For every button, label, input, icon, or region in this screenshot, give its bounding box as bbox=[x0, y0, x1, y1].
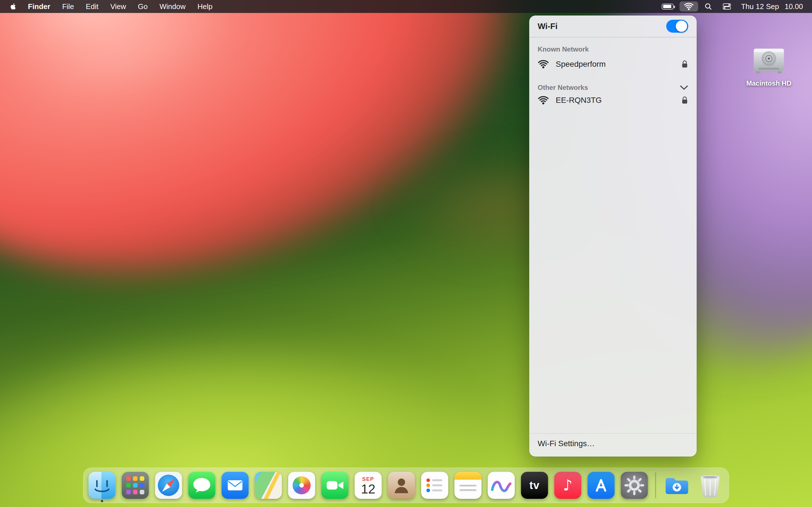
lock-icon bbox=[681, 96, 688, 105]
spotlight-search[interactable] bbox=[700, 1, 717, 11]
dock-item-maps[interactable] bbox=[255, 472, 282, 499]
wifi-signal-icon bbox=[538, 96, 549, 105]
maps-icon bbox=[255, 472, 282, 499]
chevron-down-icon[interactable] bbox=[680, 85, 688, 90]
volume-label: Macintosh HD bbox=[738, 79, 800, 87]
menu-item-window[interactable]: Window bbox=[154, 0, 192, 13]
wifi-status[interactable] bbox=[679, 1, 698, 11]
menu-item-view[interactable]: View bbox=[104, 0, 132, 13]
dock-item-music[interactable]: ♪ bbox=[554, 472, 581, 499]
wifi-title: Wi-Fi bbox=[538, 22, 558, 31]
gear-icon bbox=[621, 472, 648, 499]
dock-item-appstore[interactable] bbox=[588, 472, 615, 499]
dock-item-trash[interactable] bbox=[696, 472, 723, 499]
calendar-day: 12 bbox=[361, 482, 375, 496]
clock-time: 10.00 bbox=[784, 2, 803, 11]
trash-icon bbox=[696, 472, 723, 499]
wifi-popover: Wi-Fi Known Network Speedperform Other N… bbox=[529, 15, 697, 457]
downloads-folder-icon bbox=[663, 472, 690, 499]
battery-status[interactable] bbox=[658, 1, 678, 11]
wifi-settings-label: Wi-Fi Settings… bbox=[538, 439, 595, 448]
wifi-icon bbox=[684, 3, 694, 10]
safari-icon bbox=[155, 472, 182, 499]
wifi-popover-header: Wi-Fi bbox=[529, 15, 697, 37]
network-name: EE-RQN3TG bbox=[556, 96, 674, 105]
menu-item-finder[interactable]: Finder bbox=[22, 0, 56, 13]
network-name: Speedperform bbox=[556, 60, 674, 69]
apple-menu[interactable] bbox=[7, 0, 22, 13]
dock-item-safari[interactable] bbox=[155, 472, 182, 499]
menu-item-edit[interactable]: Edit bbox=[80, 0, 104, 13]
dock-item-tv[interactable]: tv bbox=[521, 472, 548, 499]
lock-icon bbox=[681, 60, 688, 69]
dock-divider bbox=[655, 472, 656, 498]
dock-item-freeform[interactable] bbox=[488, 472, 515, 499]
dock-item-calendar[interactable]: SEP 12 bbox=[355, 472, 382, 499]
dock-item-finder[interactable] bbox=[89, 472, 116, 499]
menu-bar-status-area: Thu 12 Sep 10.00 bbox=[658, 0, 805, 13]
wifi-networks-section: Known Network Speedperform Other Network… bbox=[529, 38, 697, 109]
music-icon: ♪ bbox=[554, 472, 581, 499]
messages-icon bbox=[188, 472, 215, 499]
menu-bar-left: Finder File Edit View Go Window Help bbox=[7, 0, 218, 13]
dock-item-reminders[interactable] bbox=[421, 472, 448, 499]
control-center-icon bbox=[723, 2, 731, 11]
system-settings-icon bbox=[621, 472, 648, 499]
dock-item-photos[interactable] bbox=[288, 472, 315, 499]
app-store-icon bbox=[588, 472, 615, 499]
dock-item-downloads[interactable] bbox=[663, 472, 690, 499]
control-center[interactable] bbox=[718, 1, 735, 11]
calendar-icon: SEP 12 bbox=[355, 472, 382, 499]
wifi-toggle[interactable] bbox=[666, 20, 688, 33]
dock-item-launchpad[interactable] bbox=[122, 472, 149, 499]
running-indicator bbox=[101, 500, 103, 502]
mail-icon bbox=[221, 472, 249, 499]
dock-item-notes[interactable] bbox=[455, 472, 481, 499]
search-icon bbox=[704, 2, 712, 11]
battery-icon bbox=[662, 4, 673, 10]
popover-spacer bbox=[529, 109, 697, 433]
dock-item-facetime[interactable] bbox=[321, 472, 349, 499]
wifi-signal-icon bbox=[538, 60, 549, 69]
calendar-month: SEP bbox=[362, 476, 374, 482]
reminders-icon bbox=[421, 472, 448, 499]
clock-date: Thu 12 Sep bbox=[741, 2, 779, 11]
network-row-ee-rqn3tg[interactable]: EE-RQN3TG bbox=[538, 92, 688, 109]
network-row-speedperform[interactable]: Speedperform bbox=[538, 55, 688, 73]
contacts-icon bbox=[388, 472, 415, 499]
hard-drive-icon bbox=[751, 44, 786, 77]
known-network-header: Known Network bbox=[538, 45, 688, 53]
menu-bar: Finder File Edit View Go Window Help bbox=[0, 0, 812, 13]
freeform-icon bbox=[488, 472, 515, 499]
dock-item-system-settings[interactable] bbox=[621, 472, 648, 499]
music-note-glyph: ♪ bbox=[563, 478, 573, 493]
dock-item-messages[interactable] bbox=[188, 472, 215, 499]
tv-label: tv bbox=[529, 480, 540, 492]
other-networks-header: Other Networks bbox=[538, 83, 588, 92]
menu-item-file[interactable]: File bbox=[56, 0, 80, 13]
notes-icon bbox=[455, 472, 481, 499]
dock-item-mail[interactable] bbox=[221, 472, 249, 499]
photos-icon bbox=[288, 472, 315, 499]
wifi-settings-button[interactable]: Wi-Fi Settings… bbox=[529, 434, 697, 457]
macintosh-hd-desktop-icon[interactable]: Macintosh HD bbox=[738, 44, 800, 87]
toggle-knob bbox=[676, 20, 687, 32]
menu-item-help[interactable]: Help bbox=[192, 0, 218, 13]
facetime-icon bbox=[321, 472, 349, 499]
menu-bar-clock[interactable]: Thu 12 Sep 10.00 bbox=[737, 2, 805, 11]
launchpad-icon bbox=[122, 472, 149, 499]
dock: SEP 12 bbox=[83, 467, 729, 503]
apple-logo-icon bbox=[10, 2, 17, 11]
other-networks-header-row[interactable]: Other Networks bbox=[538, 83, 688, 92]
dock-item-contacts[interactable] bbox=[388, 472, 415, 499]
finder-icon bbox=[89, 472, 116, 499]
menu-item-go[interactable]: Go bbox=[132, 0, 154, 13]
apple-tv-icon: tv bbox=[521, 472, 548, 499]
